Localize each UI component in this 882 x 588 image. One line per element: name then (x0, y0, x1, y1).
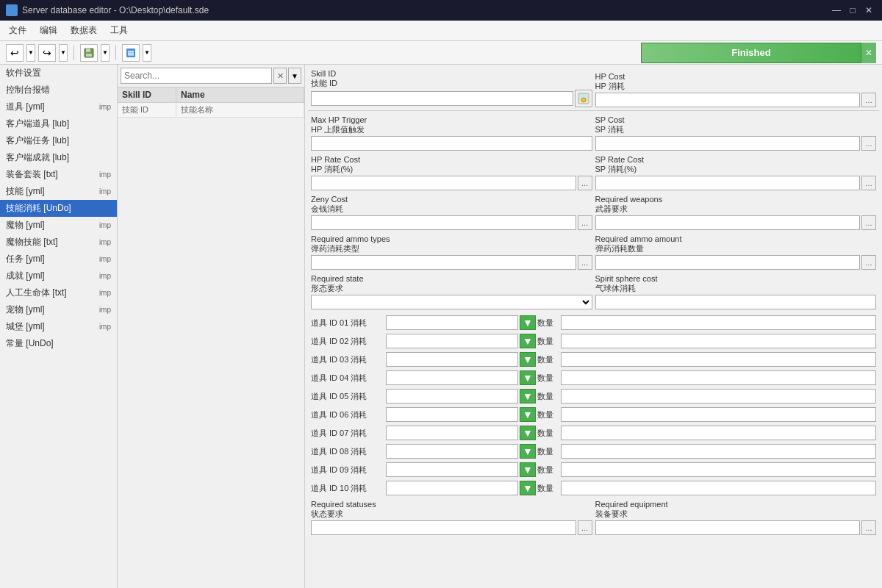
extra-dropdown[interactable]: ▼ (143, 44, 151, 62)
hp-cost-btn[interactable]: … (861, 93, 876, 107)
item-arrow-btn-6[interactable]: ▼ (520, 407, 536, 422)
item-input-3[interactable] (386, 352, 518, 367)
skill-id-input[interactable] (311, 91, 573, 106)
hp-cost-input[interactable] (595, 93, 861, 107)
req-equip-btn[interactable]: … (861, 520, 876, 535)
redo-dropdown[interactable]: ▼ (59, 44, 68, 62)
item-input-8[interactable] (386, 444, 518, 459)
menu-tools[interactable]: 工具 (104, 23, 134, 38)
req-weapons-input[interactable] (595, 215, 861, 230)
sp-rate-input[interactable] (595, 176, 861, 190)
item-input-9[interactable] (386, 462, 518, 477)
sidebar-item-monster-skill[interactable]: 魔物技能 [txt] imp (0, 234, 117, 251)
sidebar-item-skills-yml[interactable]: 技能 [yml] imp (0, 183, 117, 200)
spirit-input[interactable] (595, 295, 877, 309)
item-arrow-btn-10[interactable]: ▼ (520, 481, 536, 495)
sp-cost-input[interactable] (595, 136, 861, 151)
extra-button[interactable] (122, 44, 140, 62)
menu-file[interactable]: 文件 (3, 23, 32, 38)
search-dropdown-button[interactable]: ▼ (288, 68, 301, 84)
item-input-2[interactable] (386, 334, 518, 348)
item-qty-input-10[interactable] (561, 481, 876, 495)
window-close-button[interactable]: ✕ (861, 3, 876, 18)
item-qty-label-8: 数量 (537, 446, 559, 457)
finished-close-button[interactable]: ✕ (861, 43, 876, 63)
item-qty-input-2[interactable] (561, 334, 876, 348)
sp-cost-btn[interactable]: … (861, 136, 876, 151)
center-panel: ✕ ▼ Skill ID Name 技能 ID 技能名称 (118, 65, 305, 588)
save-button[interactable] (80, 44, 98, 62)
minimize-button[interactable]: — (829, 3, 844, 18)
item-input-4[interactable] (386, 370, 518, 385)
req-weapons-btn[interactable]: … (861, 215, 876, 230)
sidebar-item-client-tasks[interactable]: 客户端任务 [lub] (0, 132, 117, 149)
sidebar-item-console[interactable]: 控制台报错 (0, 82, 117, 98)
req-state-select[interactable] (311, 295, 592, 309)
item-input-5[interactable] (386, 389, 518, 404)
item-qty-input-6[interactable] (561, 407, 876, 422)
sidebar-item-client-items[interactable]: 客户端道具 [lub] (0, 115, 117, 132)
max-hp-label-en: Max HP Trigger (311, 115, 592, 124)
item-qty-input-1[interactable] (561, 315, 876, 330)
item-input-1[interactable] (386, 315, 518, 330)
ammo-types-input[interactable] (311, 255, 576, 270)
sidebar-item-achieve-yml[interactable]: 成就 [yml] imp (0, 268, 117, 284)
sidebar-item-const-undo[interactable]: 常量 [UnDo] (0, 335, 117, 352)
undo-dropdown[interactable]: ▼ (26, 44, 35, 62)
menu-edit[interactable]: 编辑 (34, 23, 63, 38)
ammo-amount-input[interactable] (595, 255, 861, 270)
req-statuses-btn[interactable]: … (578, 520, 592, 535)
save-dropdown[interactable]: ▼ (101, 44, 110, 62)
menu-datatable[interactable]: 数据表 (65, 23, 103, 38)
max-hp-input[interactable] (311, 136, 592, 151)
sidebar-item-task-yml[interactable]: 任务 [yml] imp (0, 251, 117, 268)
item-arrow-btn-1[interactable]: ▼ (520, 315, 536, 330)
zeny-btn[interactable]: … (578, 215, 592, 230)
item-arrow-btn-4[interactable]: ▼ (520, 370, 536, 385)
item-arrow-btn-2[interactable]: ▼ (520, 334, 536, 348)
item-arrow-btn-8[interactable]: ▼ (520, 444, 536, 459)
item-input-7[interactable] (386, 426, 518, 440)
ammo-types-btn[interactable]: … (578, 255, 592, 270)
req-equip-input[interactable] (595, 520, 861, 535)
search-clear-button[interactable]: ✕ (273, 68, 287, 84)
max-hp-label-cn: HP 上限值触发 (311, 124, 592, 135)
app-icon (6, 4, 18, 16)
search-input[interactable] (121, 68, 272, 84)
item-label-8: 道具 ID 08 消耗 (311, 446, 384, 457)
item-qty-input-8[interactable] (561, 444, 876, 459)
item-qty-label-9: 数量 (537, 465, 559, 476)
maximize-button[interactable]: □ (845, 3, 860, 18)
sidebar-item-castle-yml[interactable]: 城堡 [yml] imp (0, 318, 117, 335)
skill-id-icon-button[interactable] (575, 90, 592, 107)
item-qty-input-7[interactable] (561, 426, 876, 440)
sidebar-item-client-achieve[interactable]: 客户端成就 [lub] (0, 149, 117, 166)
item-qty-input-3[interactable] (561, 352, 876, 367)
item-qty-label-5: 数量 (537, 391, 559, 402)
ammo-amount-btn[interactable]: … (861, 255, 876, 270)
sidebar-item-settings[interactable]: 软件设置 (0, 65, 117, 82)
item-qty-input-4[interactable] (561, 370, 876, 385)
sidebar-item-items-yml[interactable]: 道具 [yml] imp (0, 98, 117, 115)
sidebar-item-pet-yml[interactable]: 宠物 [yml] imp (0, 301, 117, 318)
sidebar-item-equip-set[interactable]: 装备套装 [txt] imp (0, 166, 117, 183)
sidebar-item-homunculus[interactable]: 人工生命体 [txt] imp (0, 284, 117, 301)
req-statuses-input[interactable] (311, 520, 576, 535)
item-label-1: 道具 ID 01 消耗 (311, 318, 384, 329)
undo-button[interactable]: ↩ (6, 44, 24, 62)
item-arrow-btn-7[interactable]: ▼ (520, 426, 536, 440)
redo-button[interactable]: ↪ (38, 44, 56, 62)
hp-rate-btn[interactable]: … (578, 176, 592, 190)
sp-rate-btn[interactable]: … (861, 176, 876, 190)
sidebar-item-monster-yml[interactable]: 魔物 [yml] imp (0, 217, 117, 234)
item-input-6[interactable] (386, 407, 518, 422)
item-arrow-btn-9[interactable]: ▼ (520, 462, 536, 477)
zeny-input[interactable] (311, 215, 576, 230)
sidebar-item-skill-cost[interactable]: 技能消耗 [UnDo] (0, 200, 117, 217)
item-qty-input-9[interactable] (561, 462, 876, 477)
item-qty-input-5[interactable] (561, 389, 876, 404)
hp-rate-input[interactable] (311, 176, 576, 190)
item-arrow-btn-5[interactable]: ▼ (520, 389, 536, 404)
item-arrow-btn-3[interactable]: ▼ (520, 352, 536, 367)
item-input-10[interactable] (386, 481, 518, 495)
